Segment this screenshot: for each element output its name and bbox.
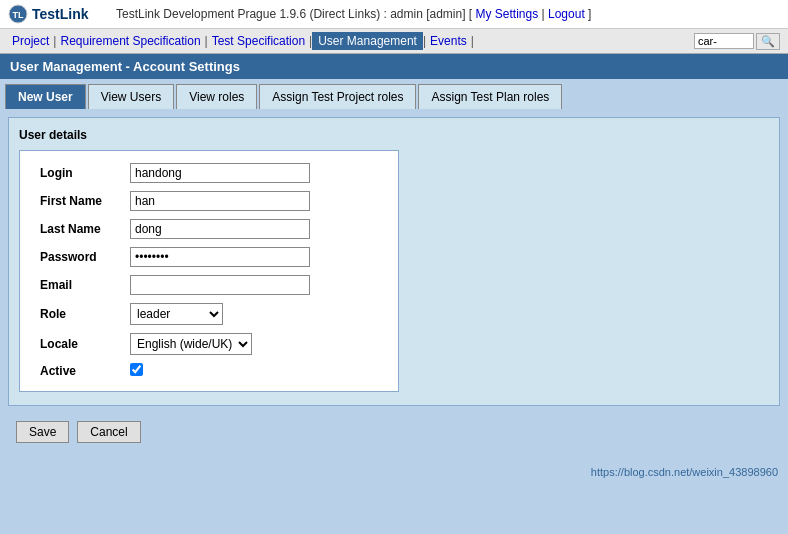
password-label: Password (32, 243, 122, 271)
nav-item-events[interactable]: Events (426, 34, 471, 48)
role-label: Role (32, 299, 122, 329)
cancel-button[interactable]: Cancel (77, 421, 140, 443)
my-settings-link[interactable]: My Settings (476, 7, 539, 21)
active-label: Active (32, 359, 122, 383)
nav-item-user-management[interactable]: User Management (312, 32, 423, 50)
firstname-input[interactable] (130, 191, 310, 211)
form-section-title: User details (19, 128, 769, 142)
password-input[interactable] (130, 247, 310, 267)
login-input[interactable] (130, 163, 310, 183)
email-label: Email (32, 271, 122, 299)
password-row: Password (32, 243, 318, 271)
login-row: Login (32, 159, 318, 187)
save-button[interactable]: Save (16, 421, 69, 443)
testlink-logo-icon: TL (8, 4, 28, 24)
active-checkbox[interactable] (130, 363, 143, 376)
header: TL TestLink TestLink Development Prague … (0, 0, 788, 29)
button-row: Save Cancel (8, 416, 780, 448)
active-row: Active (32, 359, 318, 383)
lastname-label: Last Name (32, 215, 122, 243)
tabs: New User View Users View roles Assign Te… (0, 79, 788, 109)
nav-item-requirement[interactable]: Requirement Specification (56, 34, 204, 48)
form-inner-box: Login First Name Last Name (19, 150, 399, 392)
locale-row: Locale English (wide/UK) English (US) Ge… (32, 329, 318, 359)
search-button[interactable]: 🔍 (756, 33, 780, 50)
content-area: User details Login First Name (0, 109, 788, 456)
locale-label: Locale (32, 329, 122, 359)
nav-bar: Project | Requirement Specification | Te… (0, 29, 788, 54)
footer: https://blog.csdn.net/weixin_43898960 (0, 456, 788, 483)
tab-new-user[interactable]: New User (5, 84, 86, 109)
firstname-label: First Name (32, 187, 122, 215)
tab-assign-project-roles[interactable]: Assign Test Project roles (259, 84, 416, 109)
lastname-row: Last Name (32, 215, 318, 243)
form-table: Login First Name Last Name (32, 159, 318, 383)
email-row: Email (32, 271, 318, 299)
locale-select[interactable]: English (wide/UK) English (US) German Fr… (130, 333, 252, 355)
footer-link-text: https://blog.csdn.net/weixin_43898960 (591, 466, 778, 478)
tab-view-users[interactable]: View Users (88, 84, 174, 109)
page-title: User Management - Account Settings (0, 54, 788, 79)
login-label: Login (32, 159, 122, 187)
role-row: Role leader admin senior tester tester g… (32, 299, 318, 329)
logout-link[interactable]: Logout (548, 7, 585, 21)
nav-item-test-spec[interactable]: Test Specification (208, 34, 309, 48)
nav-item-project[interactable]: Project (8, 34, 53, 48)
nav-search: 🔍 (694, 33, 780, 50)
search-input[interactable] (694, 33, 754, 49)
firstname-row: First Name (32, 187, 318, 215)
logo: TL TestLink (8, 4, 108, 24)
tab-assign-plan-roles[interactable]: Assign Test Plan roles (418, 84, 562, 109)
logo-text: TestLink (32, 6, 89, 22)
email-input[interactable] (130, 275, 310, 295)
user-details-box: User details Login First Name (8, 117, 780, 406)
tab-view-roles[interactable]: View roles (176, 84, 257, 109)
header-title: TestLink Development Prague 1.9.6 (Direc… (116, 7, 780, 21)
lastname-input[interactable] (130, 219, 310, 239)
role-select[interactable]: leader admin senior tester tester guest (130, 303, 223, 325)
svg-text:TL: TL (13, 10, 24, 20)
